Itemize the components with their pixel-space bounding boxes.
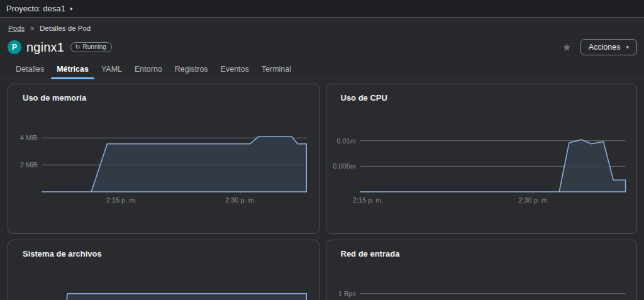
tab-detalles[interactable]: Detalles: [10, 62, 50, 79]
tab-terminal[interactable]: Terminal: [256, 62, 297, 79]
svg-text:2 MiB: 2 MiB: [20, 161, 38, 169]
svg-text:2:15 p. m.: 2:15 p. m.: [106, 196, 137, 204]
tab-entorno[interactable]: Entorno: [129, 62, 168, 79]
actions-button[interactable]: Acciones ▾: [580, 39, 637, 55]
status-badge: ↻ Running: [70, 42, 112, 52]
svg-text:4 MiB: 4 MiB: [20, 134, 38, 142]
cpu-usage-chart: 0.01m0.005m2:15 p. m.2:30 p. m.: [326, 84, 637, 234]
card-title-memory: Uso de memoria: [23, 93, 86, 103]
metric-card-cpu: 0.01m0.005m2:15 p. m.2:30 p. m. Uso de C…: [326, 84, 638, 234]
caret-down-icon: ▾: [626, 44, 629, 50]
sync-icon: ↻: [75, 44, 80, 50]
svg-text:1 Bps: 1 Bps: [338, 290, 356, 297]
breadcrumb-current: Detalles de Pod: [40, 25, 91, 32]
breadcrumb-separator: >: [30, 25, 34, 32]
metric-card-memory: 4 MiB2 MiB2:15 p. m.2:30 p. m. Uso de me…: [8, 84, 319, 234]
page-title-row: P nginx1 ↻ Running ★ Acciones ▾: [8, 38, 637, 57]
tab-metricas[interactable]: Métricas: [51, 62, 94, 79]
svg-text:2:15 p. m.: 2:15 p. m.: [352, 196, 383, 204]
memory-usage-chart: 4 MiB2 MiB2:15 p. m.2:30 p. m.: [8, 84, 319, 234]
card-title-cpu: Uso de CPU: [341, 93, 387, 103]
metrics-content: 4 MiB2 MiB2:15 p. m.2:30 p. m. Uso de me…: [0, 79, 644, 300]
svg-text:2:30 p. m.: 2:30 p. m.: [518, 196, 549, 204]
metric-card-network-in: 1 Bps Red de entrada: [326, 240, 638, 300]
svg-text:2:30 p. m.: 2:30 p. m.: [225, 196, 256, 204]
project-selector[interactable]: Proyecto: desa1 ▾: [6, 4, 72, 13]
pod-details-page: Proyecto: desa1 ▾ Pods > Detalles de Pod…: [0, 0, 644, 300]
page-title: nginx1: [26, 40, 64, 55]
breadcrumb: Pods > Detalles de Pod: [8, 25, 91, 32]
card-title-filesystem: Sistema de archivos: [23, 249, 102, 258]
card-title-network-in: Red de entrada: [341, 249, 400, 258]
actions-button-label: Acciones: [589, 43, 621, 52]
status-badge-label: Running: [83, 43, 106, 50]
project-bar: Proyecto: desa1 ▾: [0, 0, 644, 18]
tab-eventos[interactable]: Eventos: [215, 62, 255, 79]
pod-kind-icon: P: [8, 40, 21, 54]
svg-text:0.005m: 0.005m: [333, 162, 356, 170]
project-selector-label: Proyecto: desa1: [6, 4, 65, 13]
tab-registros[interactable]: Registros: [169, 62, 214, 79]
caret-down-icon: ▾: [70, 6, 73, 12]
svg-text:0.01m: 0.01m: [336, 137, 355, 145]
metrics-grid: 4 MiB2 MiB2:15 p. m.2:30 p. m. Uso de me…: [8, 84, 637, 300]
tab-yaml[interactable]: YAML: [96, 62, 128, 79]
pod-tabs: Detalles Métricas YAML Entorno Registros…: [0, 62, 644, 79]
favorite-star-icon[interactable]: ★: [562, 41, 571, 54]
breadcrumb-link-pods[interactable]: Pods: [8, 25, 25, 32]
metric-card-filesystem: Sistema de archivos: [8, 240, 319, 300]
